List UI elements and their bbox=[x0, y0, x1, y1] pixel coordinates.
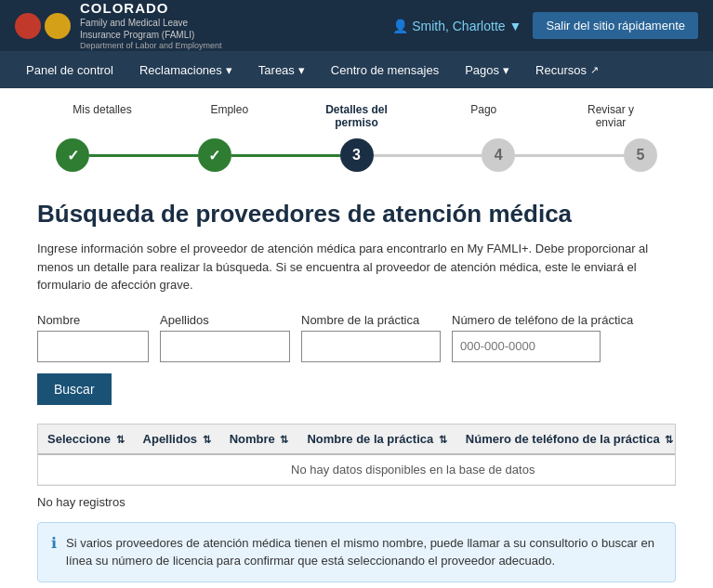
apellidos-label: Apellidos bbox=[160, 313, 290, 327]
nav-mensajes[interactable]: Centro de mensajes bbox=[320, 56, 450, 85]
no-data-row: No hay datos disponibles en la base de d… bbox=[38, 454, 676, 485]
external-link-icon: ↗ bbox=[590, 64, 599, 76]
step-line-4 bbox=[515, 154, 624, 157]
steps-labels: Mis detalles Empleo Detalles delpermiso … bbox=[56, 103, 657, 129]
telefono-label: Número de teléfono de la práctica bbox=[452, 313, 633, 327]
step-circle-3: 3 bbox=[340, 138, 374, 172]
step-label-4: Pago bbox=[437, 103, 530, 129]
main-content: Búsqueda de proveedores de atención médi… bbox=[0, 181, 713, 588]
info-text: Si varios proveedores de atención médica… bbox=[66, 534, 662, 570]
info-box: ℹ Si varios proveedores de atención médi… bbox=[37, 522, 676, 582]
step-label-1: Mis detalles bbox=[56, 103, 149, 129]
header-right: 👤 Smith, Charlotte ▼ Salir del sitio ráp… bbox=[392, 12, 698, 39]
circle-red-icon bbox=[15, 13, 41, 39]
step-label-5: Revisar yenviar bbox=[564, 103, 657, 129]
nombre-field-group: Nombre bbox=[37, 313, 149, 362]
nombre-input[interactable] bbox=[37, 331, 149, 362]
results-table: Seleccione ⇅ Apellidos ⇅ Nombre ⇅ Nombre… bbox=[38, 425, 676, 485]
nav-recursos[interactable]: Recursos ↗ bbox=[524, 56, 610, 85]
step-label-3: Detalles delpermiso bbox=[310, 103, 403, 129]
info-icon: ℹ bbox=[51, 534, 57, 552]
telefono-input[interactable] bbox=[452, 331, 601, 362]
apellidos-field-group: Apellidos bbox=[160, 313, 290, 362]
user-menu-button[interactable]: 👤 Smith, Charlotte ▼ bbox=[392, 19, 522, 33]
step-line-3 bbox=[374, 154, 482, 157]
col-telefono[interactable]: Número de teléfono de la práctica ⇅ bbox=[456, 425, 676, 454]
col-nombre[interactable]: Nombre ⇅ bbox=[220, 425, 298, 454]
main-nav: Panel de control Reclamaciones ▾ Tareas … bbox=[0, 51, 713, 88]
search-form: Nombre Apellidos Nombre de la práctica N… bbox=[37, 313, 676, 405]
col-apellidos[interactable]: Apellidos ⇅ bbox=[134, 425, 220, 454]
page-title: Búsqueda de proveedores de atención médi… bbox=[37, 200, 676, 229]
logo-text: COLORADO Family and Medical LeaveInsuran… bbox=[80, 0, 222, 52]
step-line-2 bbox=[231, 154, 340, 157]
telefono-field-group: Número de teléfono de la práctica bbox=[452, 313, 633, 362]
nav-reclamaciones[interactable]: Reclamaciones ▾ bbox=[128, 56, 244, 85]
table-header-row: Seleccione ⇅ Apellidos ⇅ Nombre ⇅ Nombre… bbox=[38, 425, 676, 454]
practica-input[interactable] bbox=[301, 331, 441, 362]
chevron-down-icon: ▼ bbox=[509, 19, 522, 33]
nav-pagos[interactable]: Pagos ▾ bbox=[454, 56, 521, 85]
step-circle-1: ✓ bbox=[56, 138, 89, 172]
exit-button[interactable]: Salir del sitio rápidamente bbox=[533, 12, 698, 39]
chevron-down-icon: ▾ bbox=[503, 63, 509, 77]
header-left: COLORADO Family and Medical LeaveInsuran… bbox=[15, 0, 222, 52]
user-name: Smith, Charlotte bbox=[412, 19, 505, 33]
header: COLORADO Family and Medical LeaveInsuran… bbox=[0, 0, 713, 51]
step-circle-4: 4 bbox=[482, 138, 515, 172]
chevron-down-icon: ▾ bbox=[298, 63, 305, 77]
col-seleccione[interactable]: Seleccione ⇅ bbox=[38, 425, 134, 454]
chevron-down-icon: ▾ bbox=[226, 63, 232, 77]
progress-bar: Mis detalles Empleo Detalles delpermiso … bbox=[0, 88, 713, 181]
practica-label: Nombre de la práctica bbox=[301, 313, 441, 327]
step-label-2: Empleo bbox=[183, 103, 276, 129]
col-practica[interactable]: Nombre de la práctica ⇅ bbox=[297, 425, 456, 454]
no-records-text: No hay registros bbox=[37, 495, 676, 509]
results-table-container: Seleccione ⇅ Apellidos ⇅ Nombre ⇅ Nombre… bbox=[37, 424, 676, 486]
step-circle-5: 5 bbox=[624, 138, 657, 172]
circle-gold-icon bbox=[45, 13, 71, 39]
dept-name: Department of Labor and Employment bbox=[80, 41, 222, 52]
search-button[interactable]: Buscar bbox=[37, 373, 112, 405]
user-icon: 👤 bbox=[392, 19, 408, 33]
state-name: COLORADO bbox=[80, 0, 222, 17]
step-line-1 bbox=[89, 154, 198, 157]
nav-tareas[interactable]: Tareas ▾ bbox=[247, 56, 316, 85]
program-name: Family and Medical LeaveInsurance Progra… bbox=[80, 17, 222, 41]
practica-field-group: Nombre de la práctica bbox=[301, 313, 441, 362]
logo-circles bbox=[15, 13, 71, 39]
nav-panel-control[interactable]: Panel de control bbox=[15, 56, 125, 85]
page-description: Ingrese información sobre el proveedor d… bbox=[37, 240, 676, 294]
step-circle-2: ✓ bbox=[198, 138, 231, 172]
apellidos-input[interactable] bbox=[160, 331, 290, 362]
no-data-cell: No hay datos disponibles en la base de d… bbox=[38, 454, 676, 485]
nombre-label: Nombre bbox=[37, 313, 149, 327]
steps-track: ✓ ✓ 3 4 5 bbox=[56, 138, 657, 172]
